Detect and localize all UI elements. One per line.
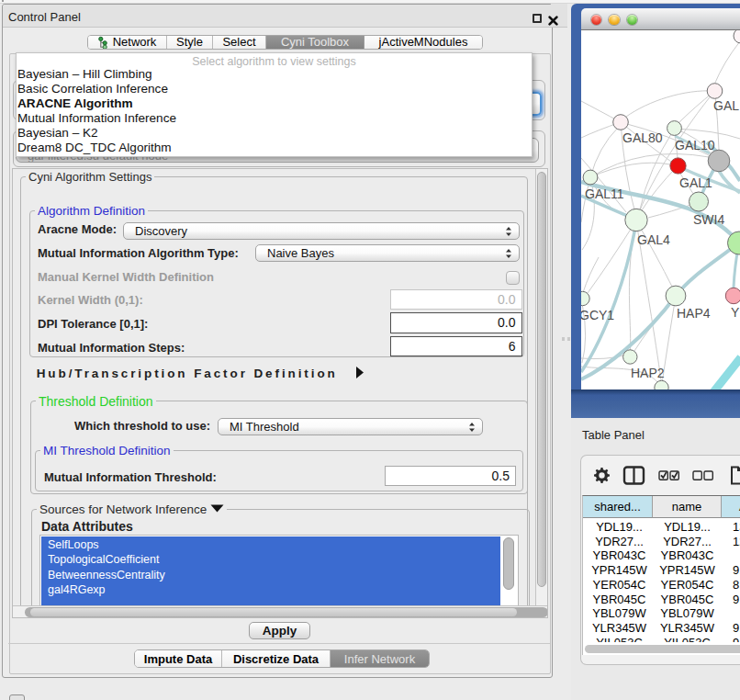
svg-text:HAP4: HAP4	[677, 306, 711, 321]
svg-text:Y: Y	[731, 305, 740, 320]
svg-text:SWI4: SWI4	[693, 212, 724, 227]
svg-text:GCY1: GCY1	[581, 308, 614, 322]
svg-text:GAL4: GAL4	[637, 232, 670, 247]
svg-text:HAP2: HAP2	[631, 366, 665, 380]
svg-text:GAL80: GAL80	[622, 130, 663, 145]
svg-text:GAL10: GAL10	[675, 138, 715, 152]
svg-text:GAL11: GAL11	[585, 186, 624, 201]
svg-text:GAL1: GAL1	[679, 175, 712, 190]
svg-text:GAL: GAL	[713, 98, 739, 113]
